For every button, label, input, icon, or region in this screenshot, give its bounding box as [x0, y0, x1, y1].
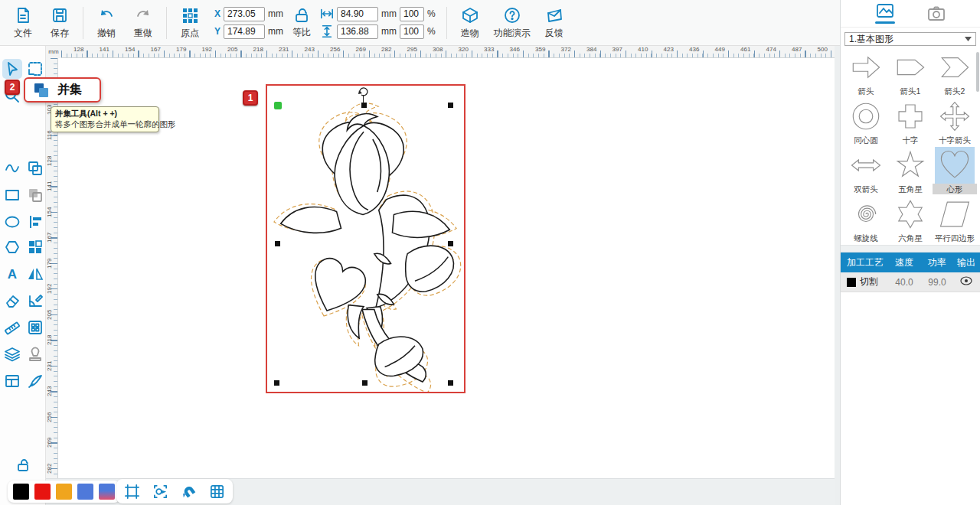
ellipse-tool[interactable] [2, 212, 22, 232]
origin-button[interactable]: 原点 [172, 2, 208, 44]
selection-handle-tc[interactable] [361, 103, 367, 108]
star5-icon [890, 147, 930, 184]
selection-handle-tl[interactable] [274, 102, 282, 109]
color-swatch[interactable] [13, 484, 29, 500]
gallery-scrollbar[interactable] [976, 52, 979, 92]
layers-tool[interactable] [2, 344, 22, 364]
layer-color-swatch [847, 278, 856, 287]
subtract-tool[interactable] [25, 185, 45, 205]
union-tooltip: 并集工具(Alt + +) 将多个图形合并成单一轮廓的图形 [51, 106, 159, 132]
gallery-tab[interactable] [875, 3, 895, 24]
text-tool[interactable]: A [2, 264, 22, 284]
feedback-button[interactable]: 反馈 [536, 2, 573, 44]
height-pct-input[interactable] [400, 24, 424, 39]
create-button[interactable]: 造物 [452, 2, 488, 44]
shape-item-arrow2[interactable]: 箭头2 [933, 49, 977, 98]
ruler-tool[interactable] [2, 318, 22, 337]
selection-handle-br[interactable] [448, 380, 453, 386]
shape-item-star6[interactable]: 六角星 [888, 196, 933, 245]
ratio-lock-label: 等比 [292, 26, 311, 39]
selection-frame[interactable] [266, 84, 466, 393]
mirror-tool[interactable] [25, 264, 45, 284]
preview-select-tool-icon[interactable] [152, 484, 168, 500]
selection-handle-tr[interactable] [448, 103, 453, 108]
ruler-label: 500 [818, 46, 828, 53]
lock-tool[interactable] [14, 455, 34, 475]
arrow-icon [846, 49, 886, 86]
redo-button[interactable]: 重做 [125, 2, 162, 44]
ruler-label: 474 [766, 46, 776, 53]
file-button[interactable]: 文件 [5, 2, 41, 44]
shape-item-double-arrow[interactable]: 双箭头 [844, 147, 888, 196]
y-input[interactable] [224, 24, 265, 39]
color-swatch[interactable] [77, 484, 93, 500]
stamp-icon [27, 346, 44, 363]
group-tool[interactable] [25, 237, 45, 257]
save-button[interactable]: 保存 [41, 2, 78, 44]
table-tool[interactable] [2, 371, 22, 391]
shape-item-heart[interactable]: 心形 [933, 147, 977, 196]
ruler-label: 128 [46, 155, 53, 165]
demo-button[interactable]: 功能演示 [488, 2, 536, 44]
shape-item-spiral[interactable]: 螺旋线 [844, 196, 888, 245]
shape-item-star5[interactable]: 五角星 [888, 147, 933, 196]
canvas-tools [116, 479, 233, 503]
snap-magnet-tool-icon[interactable] [181, 484, 197, 500]
grid-toggle-icon[interactable] [209, 484, 225, 500]
shape-item-cross[interactable]: 十字 [888, 98, 933, 147]
eraser-tool[interactable] [2, 291, 22, 311]
process-table-row[interactable]: 切割 40.0 99.0 [841, 272, 980, 292]
color-swatch[interactable] [34, 484, 51, 500]
shape-item-concentric[interactable]: 同心圆 [844, 98, 888, 147]
shape-gallery: 箭头箭头1箭头2同心圆十字十字箭头双箭头五角星心形螺旋线六角星平行四边形 [841, 49, 980, 245]
color-palette [8, 481, 120, 503]
select-tool[interactable] [2, 59, 22, 79]
camera-tab[interactable] [927, 5, 946, 22]
undo-button[interactable]: 撤销 [88, 2, 125, 44]
x-input[interactable] [224, 7, 265, 21]
fill-tool[interactable] [25, 371, 45, 391]
position-fields: X mm Y mm [214, 7, 283, 39]
height-input[interactable] [337, 24, 378, 39]
width-pct-input[interactable] [400, 7, 424, 21]
ratio-lock-button[interactable]: 等比 [292, 6, 311, 39]
file-icon [14, 6, 32, 24]
shape-item-cross-arrow[interactable]: 十字箭头 [933, 98, 977, 147]
rectangle-icon [4, 187, 21, 204]
angle-measure-icon [27, 292, 44, 309]
camera-icon [927, 5, 946, 22]
shape-item-arrow[interactable]: 箭头 [844, 49, 888, 98]
width-input[interactable] [337, 7, 378, 21]
frame-tool-icon[interactable] [124, 484, 140, 500]
selection-handle-mr[interactable] [448, 241, 453, 246]
color-swatch[interactable] [56, 484, 72, 500]
marquee-select-tool[interactable] [25, 59, 45, 79]
rectangle-tool[interactable] [2, 185, 22, 205]
combine-tool[interactable] [25, 158, 45, 178]
ruler-label: 192 [46, 284, 53, 294]
ruler-label: 436 [689, 46, 699, 53]
shape-item-arrow1[interactable]: 箭头1 [888, 49, 933, 98]
cross-arrow-icon [935, 98, 975, 135]
stamp-tool[interactable] [25, 344, 45, 364]
array-tool[interactable] [25, 318, 45, 337]
ruler-label: 205 [227, 46, 237, 53]
shape-item-parallelogram[interactable]: 平行四边形 [933, 196, 977, 245]
ruler-icon [4, 319, 21, 336]
rotate-handle-icon[interactable] [358, 86, 370, 96]
ruler-label: 423 [664, 46, 674, 53]
curve-tool[interactable] [2, 158, 22, 178]
polygon-tool[interactable] [2, 237, 22, 257]
selection-handle-bc[interactable] [362, 380, 368, 386]
color-swatch[interactable] [99, 484, 115, 500]
gallery-icon [876, 3, 894, 20]
selection-handle-ml[interactable] [275, 241, 280, 246]
ellipse-icon [4, 213, 21, 230]
selection-handle-bl[interactable] [274, 380, 279, 386]
output-toggle[interactable] [954, 276, 978, 288]
ruler-label: 231 [46, 360, 53, 370]
shape-category-dropdown[interactable]: 1.基本图形 [844, 32, 976, 46]
measure-tool[interactable] [25, 291, 45, 311]
union-tool-highlight[interactable]: 并集 [24, 77, 101, 103]
align-tool[interactable] [25, 212, 45, 232]
